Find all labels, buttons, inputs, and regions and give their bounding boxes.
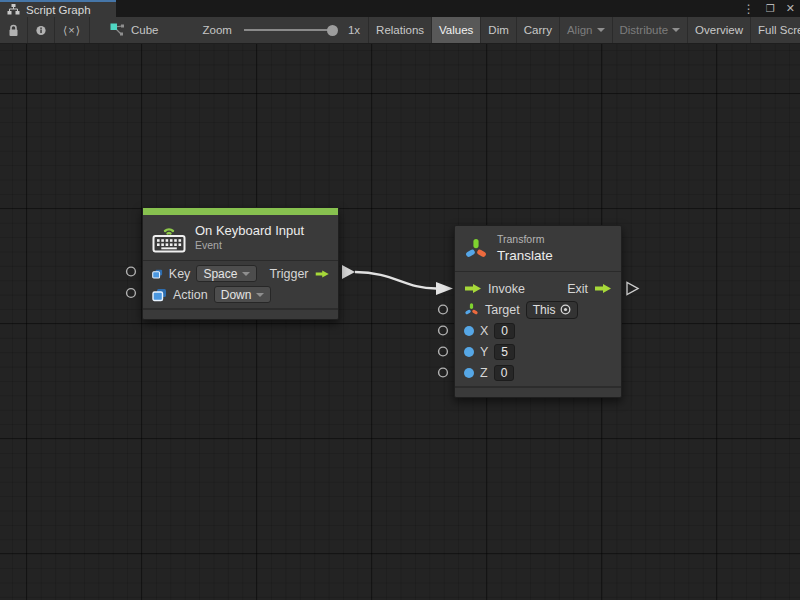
zoom-control: Zoom 1x xyxy=(195,17,369,43)
keyboard-icon xyxy=(152,223,186,253)
target-label: Cube xyxy=(131,24,159,36)
z-value-field[interactable]: 0 xyxy=(494,365,515,381)
node-subtitle: Event xyxy=(195,239,304,252)
code-view-button[interactable]: ⟨×⟩ xyxy=(55,17,90,43)
z-value: 0 xyxy=(501,366,508,380)
flow-arrow-icon xyxy=(594,283,612,294)
node-footer xyxy=(455,386,621,397)
node-header[interactable]: Transform Translate xyxy=(455,226,621,271)
invoke-row: Invoke Exit xyxy=(455,278,621,299)
button-full-screen[interactable]: Full Screen xyxy=(750,17,800,43)
connection-wire xyxy=(355,272,436,289)
node-category: Transform xyxy=(497,233,553,247)
event-colorbar xyxy=(143,208,338,215)
target-label: Target xyxy=(485,303,520,317)
target-object-field[interactable]: This xyxy=(526,301,579,319)
node-title: On Keyboard Input xyxy=(195,223,304,239)
button-label: Dim xyxy=(488,24,508,36)
button-overview[interactable]: Overview xyxy=(687,17,750,43)
zoom-slider-handle[interactable] xyxy=(327,25,338,36)
x-value-field[interactable]: 0 xyxy=(494,323,515,339)
y-row: Y 5 xyxy=(455,341,621,362)
button-label: Align xyxy=(567,24,593,36)
menu-icon[interactable]: ⋮ xyxy=(743,3,755,15)
button-label: Values xyxy=(439,24,473,36)
object-picker-icon xyxy=(560,304,571,315)
code-icon: ⟨×⟩ xyxy=(63,24,81,37)
invoke-label: Invoke xyxy=(488,282,525,296)
action-label: Action xyxy=(173,288,208,302)
trigger-output-port[interactable] xyxy=(342,265,355,279)
target-input-port[interactable] xyxy=(439,305,448,314)
chevron-down-icon xyxy=(256,293,264,297)
button-distribute[interactable]: Distribute xyxy=(612,17,688,43)
z-input-port[interactable] xyxy=(439,368,448,377)
window-controls: ⋮ ❐ ✕ xyxy=(743,0,795,17)
chevron-down-icon xyxy=(242,272,250,276)
y-value-field[interactable]: 5 xyxy=(494,344,515,360)
key-row: Key Space Trigger xyxy=(143,263,338,284)
key-label: Key xyxy=(169,267,191,281)
info-icon xyxy=(36,24,46,37)
button-label: Overview xyxy=(695,24,743,36)
exit-output-port[interactable] xyxy=(627,283,638,295)
graph-target[interactable]: Cube xyxy=(102,17,167,43)
toolbar: ⟨×⟩ Cube Zoom 1x Relations Values xyxy=(0,17,800,44)
graph-icon xyxy=(7,4,20,15)
maximize-icon[interactable]: ❐ xyxy=(766,4,775,14)
trigger-label: Trigger xyxy=(269,267,308,281)
target-row: Target This xyxy=(455,299,621,320)
y-value: 5 xyxy=(501,345,508,359)
lock-icon xyxy=(8,24,19,37)
zoom-value: 1x xyxy=(348,24,360,36)
toolbar-buttons: Relations Values Dim Carry Align Distrib… xyxy=(368,17,800,43)
zoom-label: Zoom xyxy=(203,24,232,36)
z-label: Z xyxy=(480,366,488,380)
key-dropdown[interactable]: Space xyxy=(196,265,257,282)
value-port-icon xyxy=(464,326,474,336)
connections-layer xyxy=(0,44,800,600)
x-value: 0 xyxy=(501,324,508,338)
button-relations[interactable]: Relations xyxy=(368,17,431,43)
x-row: X 0 xyxy=(455,320,621,341)
action-input-port[interactable] xyxy=(127,289,136,298)
keycode-icon xyxy=(152,267,163,281)
node-title: Translate xyxy=(497,247,553,265)
tab-title: Script Graph xyxy=(26,4,91,16)
button-align[interactable]: Align xyxy=(559,17,612,43)
cube-node-icon xyxy=(110,23,125,37)
lock-button[interactable] xyxy=(0,17,28,43)
key-input-port[interactable] xyxy=(127,267,136,276)
node-footer xyxy=(143,308,338,319)
button-values[interactable]: Values xyxy=(431,17,480,43)
node-transform-translate[interactable]: Transform Translate Invoke Exit xyxy=(454,225,622,398)
flow-arrow-icon xyxy=(464,283,482,294)
x-input-port[interactable] xyxy=(439,326,448,335)
button-carry[interactable]: Carry xyxy=(516,17,559,43)
button-dim[interactable]: Dim xyxy=(480,17,515,43)
script-graph-window: Script Graph ⋮ ❐ ✕ ⟨×⟩ xyxy=(0,0,800,600)
chevron-down-icon xyxy=(672,28,680,32)
transform-mini-icon xyxy=(464,302,479,317)
value-port-icon xyxy=(464,368,474,378)
target-value: This xyxy=(533,303,556,317)
tab-script-graph[interactable]: Script Graph xyxy=(0,0,116,17)
zoom-slider[interactable] xyxy=(244,29,336,31)
node-on-keyboard-input[interactable]: On Keyboard Input Event Key Space xyxy=(142,207,339,320)
info-button[interactable] xyxy=(28,17,55,43)
action-row: Action Down xyxy=(143,284,338,305)
key-dropdown-value: Space xyxy=(203,267,237,281)
button-label: Carry xyxy=(524,24,552,36)
x-label: X xyxy=(480,324,488,338)
exit-label: Exit xyxy=(567,282,588,296)
action-dropdown[interactable]: Down xyxy=(214,286,272,303)
value-port-icon xyxy=(464,347,474,357)
keycode-icon xyxy=(152,288,167,302)
tab-bar: Script Graph ⋮ ❐ ✕ xyxy=(0,0,800,17)
close-icon[interactable]: ✕ xyxy=(786,3,795,14)
y-input-port[interactable] xyxy=(439,347,448,356)
button-label: Relations xyxy=(376,24,424,36)
node-header[interactable]: On Keyboard Input Event xyxy=(143,215,338,260)
graph-canvas[interactable]: On Keyboard Input Event Key Space xyxy=(0,44,800,600)
button-label: Full Screen xyxy=(758,24,800,36)
